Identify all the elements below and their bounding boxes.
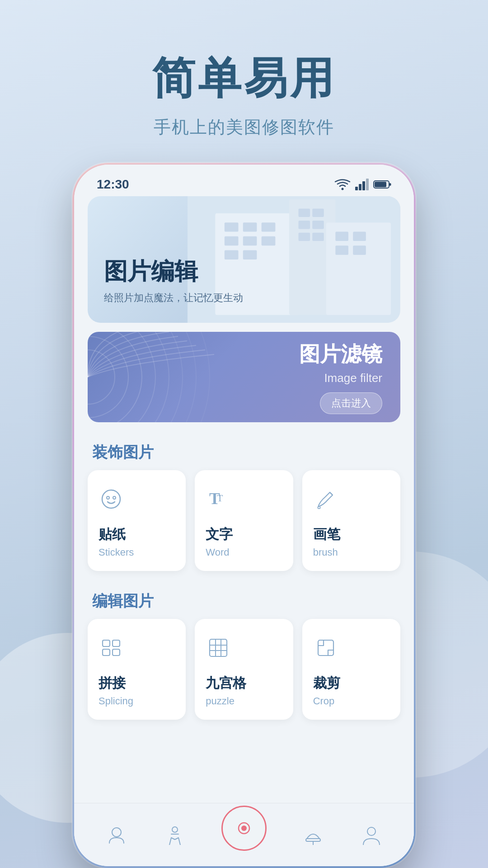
svg-rect-23 xyxy=(313,221,324,229)
brush-icon xyxy=(313,486,338,512)
svg-rect-43 xyxy=(103,640,110,646)
svg-rect-7 xyxy=(389,183,391,186)
grid-card[interactable]: 九宫格 puzzle xyxy=(195,619,293,720)
splice-card[interactable]: 拼接 Splicing xyxy=(88,619,186,720)
svg-point-56 xyxy=(241,826,247,831)
edit-feature-grid: 拼接 Splicing xyxy=(74,619,414,729)
crop-name-cn: 裁剪 xyxy=(313,674,389,693)
svg-text:T: T xyxy=(217,492,223,504)
splice-name-cn: 拼接 xyxy=(99,674,175,693)
svg-rect-6 xyxy=(375,182,386,187)
grid-name-en: puzzle xyxy=(206,695,282,707)
sticker-name-en: Stickers xyxy=(99,547,175,558)
battery-icon xyxy=(373,179,391,189)
banner-sub-title: 给照片加点魔法，让记忆更生动 xyxy=(104,291,243,305)
decorate-section-label: 装饰图片 xyxy=(74,431,414,470)
decorate-feature-grid: 贴纸 Stickers T T 文字 Word xyxy=(74,470,414,580)
svg-rect-44 xyxy=(113,640,120,646)
brush-card[interactable]: 画笔 brush xyxy=(302,470,400,571)
wifi-icon xyxy=(334,179,351,190)
nav-item-center[interactable] xyxy=(221,819,267,851)
svg-rect-46 xyxy=(113,649,120,656)
sticker-name-cn: 贴纸 xyxy=(99,525,175,544)
center-nav-button[interactable] xyxy=(221,806,267,851)
phone-inner: 12:30 xyxy=(74,165,414,866)
hero-subtitle: 手机上的美图修图软件 xyxy=(0,116,488,139)
svg-rect-12 xyxy=(225,222,239,231)
sticker-icon xyxy=(99,486,124,512)
svg-point-0 xyxy=(342,188,344,190)
svg-rect-19 xyxy=(243,250,257,259)
crop-name-en: Crop xyxy=(313,695,389,707)
svg-point-59 xyxy=(367,827,375,835)
splice-name-en: Splicing xyxy=(99,695,175,707)
status-icons xyxy=(334,179,391,190)
hero-title: 简单易用 xyxy=(0,54,488,102)
filter-subtitle: Image filter xyxy=(299,371,382,385)
phone-frame: 12:30 xyxy=(72,163,416,868)
text-icon: T T xyxy=(206,486,231,512)
filter-card[interactable]: 图片滤镜 Image filter 点击进入 xyxy=(88,332,400,422)
svg-rect-4 xyxy=(366,179,369,190)
nav-item-face[interactable] xyxy=(105,823,128,847)
status-time: 12:30 xyxy=(97,177,129,192)
svg-rect-24 xyxy=(299,233,310,241)
svg-point-38 xyxy=(102,490,120,508)
brush-name-en: brush xyxy=(313,547,389,558)
nav-item-figure[interactable] xyxy=(163,823,187,847)
face-nav-icon xyxy=(105,823,128,847)
filter-title: 图片滤镜 xyxy=(299,340,382,368)
hat-nav-icon xyxy=(301,823,325,847)
nav-item-profile[interactable] xyxy=(360,823,383,847)
svg-rect-3 xyxy=(362,181,365,190)
bottom-nav xyxy=(74,803,414,866)
svg-rect-22 xyxy=(299,221,310,229)
phone-wrapper: 12:30 xyxy=(72,163,416,868)
svg-rect-47 xyxy=(210,639,227,656)
profile-nav-icon xyxy=(360,823,383,847)
banner-main-title: 图片编辑 xyxy=(104,256,243,288)
text-name-en: Word xyxy=(206,547,282,558)
svg-rect-13 xyxy=(243,222,257,231)
edit-section-label: 编辑图片 xyxy=(74,580,414,619)
svg-rect-29 xyxy=(353,245,366,255)
sticker-card[interactable]: 贴纸 Stickers xyxy=(88,470,186,571)
svg-point-33 xyxy=(88,332,155,422)
grid-name-cn: 九宫格 xyxy=(206,674,282,693)
svg-rect-15 xyxy=(225,236,239,245)
nav-item-hat[interactable] xyxy=(301,823,325,847)
text-name-cn: 文字 xyxy=(206,525,282,544)
figure-nav-icon xyxy=(163,823,187,847)
grid-icon xyxy=(206,635,231,660)
svg-rect-45 xyxy=(103,649,110,656)
svg-rect-25 xyxy=(313,233,324,241)
svg-point-53 xyxy=(112,828,121,837)
svg-rect-27 xyxy=(353,232,366,241)
brush-name-cn: 画笔 xyxy=(313,525,389,544)
svg-point-30 xyxy=(88,350,115,404)
svg-rect-57 xyxy=(306,839,320,841)
svg-rect-17 xyxy=(262,236,276,245)
svg-rect-21 xyxy=(313,208,324,217)
status-bar: 12:30 xyxy=(74,165,414,196)
svg-point-39 xyxy=(107,496,109,499)
svg-rect-16 xyxy=(243,236,257,245)
filter-enter-button[interactable]: 点击进入 xyxy=(320,392,382,414)
svg-rect-1 xyxy=(355,187,358,190)
phone-screen: 12:30 xyxy=(74,165,414,866)
text-card[interactable]: T T 文字 Word xyxy=(195,470,293,571)
svg-point-35 xyxy=(88,332,183,422)
svg-rect-20 xyxy=(299,208,310,217)
svg-rect-14 xyxy=(262,222,276,231)
filter-arc-decoration xyxy=(88,332,214,422)
svg-rect-28 xyxy=(336,245,349,255)
crop-icon xyxy=(313,635,338,660)
svg-rect-52 xyxy=(318,640,333,656)
splice-icon xyxy=(99,635,124,660)
filter-text: 图片滤镜 Image filter 点击进入 xyxy=(299,340,382,414)
banner-text: 图片编辑 给照片加点魔法，让记忆更生动 xyxy=(104,256,243,305)
hero-section: 简单易用 手机上的美图修图软件 xyxy=(0,0,488,139)
crop-card[interactable]: 裁剪 Crop xyxy=(302,619,400,720)
hero-banner: 图片编辑 给照片加点魔法，让记忆更生动 xyxy=(88,196,400,323)
signal-icon xyxy=(355,179,369,190)
